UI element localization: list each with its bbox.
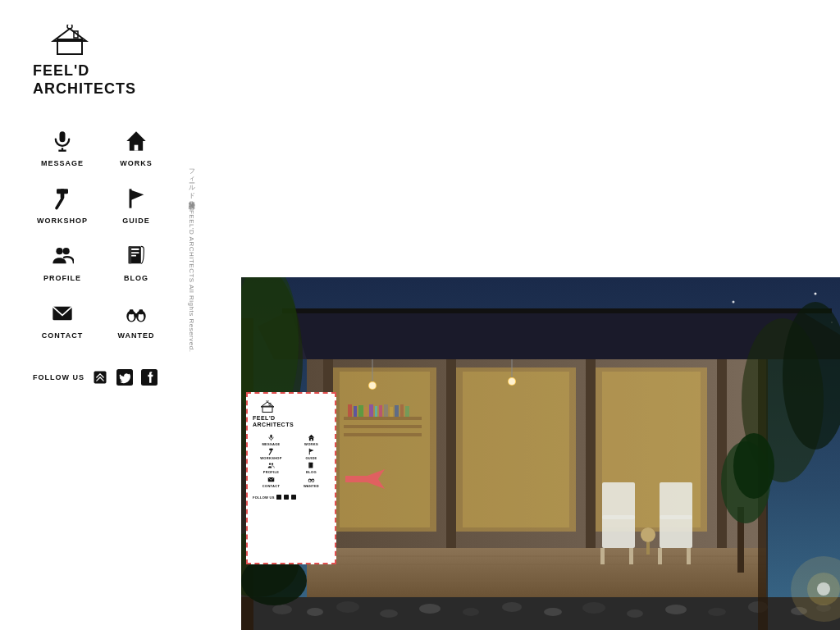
svg-rect-130 bbox=[311, 439, 313, 441]
svg-rect-27 bbox=[135, 313, 139, 317]
preview-nav-grid: MESSAGE WORKS WORKSHOP GUIDE bbox=[253, 434, 330, 488]
follow-label: FOLLOW US bbox=[33, 373, 84, 381]
svg-rect-126 bbox=[270, 435, 272, 438]
nav-label-workshop: WORKSHOP bbox=[37, 217, 88, 225]
sidebar: FEEL'D ARCHITECTS MESSAGE bbox=[0, 0, 197, 630]
svg-point-97 bbox=[419, 604, 441, 614]
svg-rect-60 bbox=[354, 406, 357, 417]
nav-label-guide: GUIDE bbox=[122, 217, 150, 225]
nav-item-workshop[interactable]: WORKSHOP bbox=[33, 180, 92, 229]
svg-point-136 bbox=[269, 463, 271, 465]
nav-item-wanted[interactable]: WANTED bbox=[108, 294, 164, 344]
svg-point-16 bbox=[63, 248, 70, 254]
svg-point-143 bbox=[309, 480, 311, 482]
book-icon bbox=[121, 241, 151, 271]
nav-item-blog[interactable]: BLOG bbox=[108, 237, 164, 286]
svg-rect-67 bbox=[390, 407, 393, 417]
microphone-icon bbox=[48, 126, 77, 156]
svg-point-144 bbox=[312, 480, 313, 482]
svg-rect-52 bbox=[463, 372, 569, 527]
brand-name: FEEL'D ARCHITECTS bbox=[33, 62, 136, 98]
preview-nav-guide: GUIDE bbox=[293, 448, 330, 460]
svg-rect-90 bbox=[641, 527, 655, 542]
logo-area[interactable]: FEEL'D ARCHITECTS bbox=[33, 25, 136, 98]
svg-rect-59 bbox=[348, 404, 352, 417]
svg-rect-28 bbox=[130, 310, 134, 315]
svg-rect-139 bbox=[309, 463, 310, 468]
preview-follow: FOLLOW US bbox=[253, 495, 297, 500]
svg-rect-62 bbox=[364, 407, 368, 417]
preview-nav-message: MESSAGE bbox=[253, 434, 290, 446]
nav-label-wanted: WANTED bbox=[118, 331, 155, 340]
main-content: FEEL'DARCHITECTS MESSAGE WORKS WORKSHOP bbox=[197, 0, 840, 630]
svg-point-15 bbox=[56, 248, 62, 254]
nav-item-works[interactable]: WORKS bbox=[108, 122, 164, 171]
svg-rect-21 bbox=[129, 247, 132, 264]
follow-section: FOLLOW US bbox=[33, 368, 158, 386]
svg-rect-66 bbox=[384, 404, 388, 417]
hammer-icon bbox=[48, 184, 77, 213]
nav-item-guide[interactable]: GUIDE bbox=[108, 180, 164, 229]
svg-marker-135 bbox=[309, 449, 313, 452]
svg-point-118 bbox=[733, 433, 774, 499]
nav-label-contact: CONTACT bbox=[42, 331, 83, 340]
svg-rect-42 bbox=[282, 308, 832, 313]
svg-point-34 bbox=[733, 301, 735, 304]
copyright-text: フィールド建築設計舎 © FEEL'D ARCHITECTS All Right… bbox=[186, 164, 195, 352]
feedly-icon[interactable] bbox=[91, 368, 109, 386]
back-arrow[interactable] bbox=[345, 463, 386, 499]
svg-rect-83 bbox=[602, 482, 635, 519]
preview-nav-wanted: WANTED bbox=[293, 476, 330, 488]
nav-item-profile[interactable]: PROFILE bbox=[33, 237, 92, 286]
svg-rect-92 bbox=[241, 597, 840, 630]
svg-point-121 bbox=[817, 582, 830, 596]
svg-rect-82 bbox=[602, 515, 635, 548]
svg-rect-45 bbox=[586, 359, 596, 548]
svg-rect-70 bbox=[405, 406, 409, 417]
svg-rect-19 bbox=[130, 253, 139, 254]
svg-rect-11 bbox=[57, 189, 68, 194]
svg-rect-86 bbox=[660, 515, 692, 548]
svg-point-99 bbox=[502, 602, 522, 612]
svg-point-101 bbox=[582, 602, 605, 614]
svg-rect-91 bbox=[646, 542, 650, 555]
twitter-icon[interactable] bbox=[116, 368, 134, 386]
svg-rect-29 bbox=[139, 310, 144, 315]
svg-point-98 bbox=[463, 608, 479, 616]
preview-brand-name: FEEL'DARCHITECTS bbox=[253, 415, 294, 429]
svg-rect-46 bbox=[717, 359, 727, 548]
logo-icon bbox=[49, 25, 90, 57]
flag-icon bbox=[121, 184, 151, 213]
svg-point-125 bbox=[267, 400, 268, 402]
svg-point-76 bbox=[509, 378, 515, 385]
preview-nav-contact: CONTACT bbox=[253, 476, 290, 488]
svg-point-137 bbox=[272, 463, 273, 465]
svg-rect-64 bbox=[375, 406, 377, 417]
svg-rect-145 bbox=[311, 480, 313, 482]
svg-line-12 bbox=[57, 199, 62, 208]
svg-point-93 bbox=[272, 605, 292, 614]
nav-item-contact[interactable]: CONTACT bbox=[33, 294, 92, 344]
preview-logo-icon bbox=[259, 400, 276, 413]
svg-line-133 bbox=[269, 452, 271, 455]
svg-rect-146 bbox=[276, 495, 281, 500]
svg-rect-61 bbox=[358, 405, 363, 417]
nav-item-message[interactable]: MESSAGE bbox=[33, 122, 92, 171]
svg-rect-88 bbox=[658, 548, 662, 564]
svg-point-73 bbox=[369, 382, 376, 389]
mail-icon bbox=[48, 299, 77, 328]
svg-rect-65 bbox=[379, 405, 382, 417]
svg-rect-18 bbox=[130, 249, 139, 250]
preview-nav-blog: BLOG bbox=[293, 462, 330, 474]
nav-label-blog: BLOG bbox=[124, 274, 148, 282]
svg-rect-2 bbox=[74, 31, 78, 38]
preview-nav-works: WORKS bbox=[293, 434, 330, 446]
svg-rect-56 bbox=[344, 417, 422, 420]
facebook-icon[interactable] bbox=[140, 368, 158, 386]
svg-rect-147 bbox=[284, 495, 289, 500]
svg-rect-87 bbox=[660, 482, 692, 519]
svg-rect-69 bbox=[400, 404, 404, 417]
svg-marker-14 bbox=[130, 190, 144, 201]
binoculars-icon bbox=[121, 299, 151, 328]
svg-rect-9 bbox=[135, 145, 139, 151]
